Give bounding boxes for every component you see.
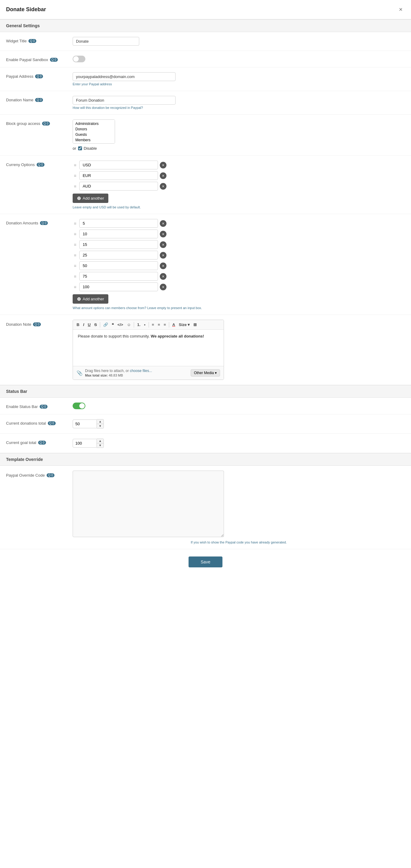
amount-row-4: ≡ × bbox=[72, 261, 405, 270]
block-group-access-select[interactable]: Administrators Donors Guests Members bbox=[72, 120, 115, 144]
remove-currency-2[interactable]: × bbox=[160, 183, 167, 190]
amount-input-2[interactable] bbox=[79, 240, 158, 249]
drag-handle-0[interactable]: ≡ bbox=[72, 163, 78, 167]
donation-name-badge: Q 0 bbox=[35, 98, 43, 102]
toolbar-blockquote[interactable]: ❝ bbox=[111, 322, 115, 328]
remove-amount-5[interactable]: × bbox=[160, 273, 167, 280]
donation-name-input[interactable] bbox=[72, 96, 176, 105]
paypal-override-helper: If you wish to show the Paypal code you … bbox=[72, 540, 405, 544]
amount-input-3[interactable] bbox=[79, 251, 158, 259]
current-donations-content: ▲ ▼ bbox=[72, 419, 405, 429]
attach-area: 📎 Drag files here to attach, or choose f… bbox=[77, 369, 152, 377]
paperclip-icon: 📎 bbox=[77, 370, 83, 376]
paypal-address-row: Paypal Address Q 0 Enter your Paypal add… bbox=[0, 67, 411, 91]
amount-drag-1[interactable]: ≡ bbox=[72, 232, 78, 237]
toolbar-source[interactable]: ⊞ bbox=[192, 322, 198, 328]
toolbar-italic[interactable]: I bbox=[82, 322, 85, 328]
amount-drag-3[interactable]: ≡ bbox=[72, 253, 78, 258]
amount-input-1[interactable] bbox=[79, 229, 158, 238]
currency-input-0[interactable] bbox=[79, 161, 158, 169]
paypal-sandbox-label: Enable Paypal Sandbox Q 0 bbox=[6, 56, 72, 62]
save-button[interactable]: Save bbox=[188, 557, 223, 567]
paypal-address-input[interactable] bbox=[72, 72, 176, 81]
toolbar-sep-3 bbox=[149, 322, 149, 328]
amount-input-4[interactable] bbox=[79, 261, 158, 270]
amount-input-6[interactable] bbox=[79, 282, 158, 291]
toolbar-ol[interactable]: 1. bbox=[136, 322, 142, 328]
current-goal-up[interactable]: ▲ bbox=[97, 439, 104, 443]
toolbar-link[interactable]: 🔗 bbox=[102, 322, 109, 328]
or-label: or bbox=[72, 146, 76, 151]
amount-row-1: ≡ × bbox=[72, 229, 405, 238]
toolbar-bold[interactable]: B bbox=[76, 322, 81, 328]
toolbar-align-right[interactable]: ≡ bbox=[163, 322, 167, 328]
toolbar-strikethrough[interactable]: S bbox=[93, 322, 98, 328]
paypal-override-badge: Q 0 bbox=[47, 473, 55, 477]
enable-status-bar-toggle[interactable] bbox=[72, 403, 85, 409]
currency-input-2[interactable] bbox=[79, 182, 158, 190]
current-goal-down[interactable]: ▼ bbox=[97, 443, 104, 447]
choose-files-link[interactable]: choose files... bbox=[130, 369, 152, 373]
disable-checkbox[interactable] bbox=[78, 146, 82, 150]
remove-currency-0[interactable]: × bbox=[160, 162, 167, 168]
general-settings-header: General Settings bbox=[0, 19, 411, 32]
add-currency-button[interactable]: ⊕ Add another bbox=[72, 193, 108, 203]
remove-currency-1[interactable]: × bbox=[160, 173, 167, 179]
drag-handle-2[interactable]: ≡ bbox=[72, 184, 78, 189]
add-amount-button[interactable]: ⊕ Add another bbox=[72, 294, 108, 304]
amount-row-3: ≡ × bbox=[72, 251, 405, 259]
currency-helper: Leave empty and USD will be used by defa… bbox=[72, 205, 405, 209]
currency-input-1[interactable] bbox=[79, 171, 158, 180]
remove-amount-1[interactable]: × bbox=[160, 231, 167, 238]
paypal-override-textarea[interactable] bbox=[72, 471, 224, 537]
toolbar-sep-2 bbox=[134, 322, 134, 328]
paypal-sandbox-slider bbox=[72, 56, 85, 62]
current-donations-input-wrapper: ▲ ▼ bbox=[72, 419, 405, 429]
toolbar-align-left[interactable]: ≡ bbox=[151, 322, 155, 328]
remove-amount-6[interactable]: × bbox=[160, 284, 167, 290]
enable-status-bar-row: Enable Status Bar Q 0 bbox=[0, 398, 411, 414]
donation-note-label: Donation Note Q 0 bbox=[6, 320, 72, 327]
other-media-button[interactable]: Other Media ▾ bbox=[191, 369, 220, 376]
donation-note-badge: Q 0 bbox=[33, 322, 41, 326]
remove-amount-0[interactable]: × bbox=[160, 220, 167, 227]
amount-row-2: ≡ × bbox=[72, 240, 405, 249]
current-donations-up[interactable]: ▲ bbox=[97, 420, 104, 424]
amount-drag-5[interactable]: ≡ bbox=[72, 274, 78, 279]
editor-content[interactable]: Please donate to support this community.… bbox=[73, 330, 224, 366]
close-button[interactable]: × bbox=[397, 5, 405, 14]
amount-input-0[interactable] bbox=[79, 219, 158, 228]
editor-footer: 📎 Drag files here to attach, or choose f… bbox=[73, 366, 224, 379]
toolbar-align-center[interactable]: ≡ bbox=[156, 322, 161, 328]
remove-amount-4[interactable]: × bbox=[160, 262, 167, 269]
template-override-header: Template Override bbox=[0, 453, 411, 466]
remove-amount-3[interactable]: × bbox=[160, 252, 167, 258]
toolbar-code[interactable]: </> bbox=[116, 322, 124, 328]
amount-drag-2[interactable]: ≡ bbox=[72, 242, 78, 247]
amount-drag-0[interactable]: ≡ bbox=[72, 221, 78, 226]
disable-row: or Disable bbox=[72, 146, 405, 151]
toolbar-font-color[interactable]: A bbox=[171, 322, 176, 328]
current-donations-row: Current donations total Q 0 ▲ ▼ bbox=[0, 414, 411, 434]
current-donations-input[interactable] bbox=[72, 420, 97, 428]
block-group-access-label: Block group access Q 0 bbox=[6, 120, 72, 126]
current-donations-down[interactable]: ▼ bbox=[97, 424, 104, 428]
donation-note-row: Donation Note Q 0 B I U S 🔗 ❝ </> ☺ 1. •… bbox=[0, 315, 411, 385]
amount-input-5[interactable] bbox=[79, 272, 158, 281]
current-goal-badge: Q 0 bbox=[38, 441, 46, 444]
toolbar-size[interactable]: Size ▾ bbox=[178, 322, 191, 328]
editor-bold-text: We appreciate all donations! bbox=[151, 334, 204, 338]
remove-amount-2[interactable]: × bbox=[160, 241, 167, 248]
widget-title-input[interactable] bbox=[72, 37, 139, 46]
paypal-address-content: Enter your Paypal address bbox=[72, 72, 405, 86]
drag-handle-1[interactable]: ≡ bbox=[72, 173, 78, 178]
toolbar-underline[interactable]: U bbox=[87, 322, 92, 328]
amount-drag-4[interactable]: ≡ bbox=[72, 264, 78, 268]
paypal-sandbox-toggle[interactable] bbox=[72, 56, 85, 62]
amount-drag-6[interactable]: ≡ bbox=[72, 285, 78, 289]
editor-wrapper: B I U S 🔗 ❝ </> ☺ 1. • ≡ ≡ ≡ A Size ▾ ⊞ bbox=[72, 320, 224, 380]
toolbar-emoji[interactable]: ☺ bbox=[126, 322, 132, 328]
toolbar-ul[interactable]: • bbox=[143, 322, 147, 328]
enable-status-bar-badge: Q 0 bbox=[40, 405, 48, 409]
current-goal-input[interactable] bbox=[72, 439, 97, 447]
